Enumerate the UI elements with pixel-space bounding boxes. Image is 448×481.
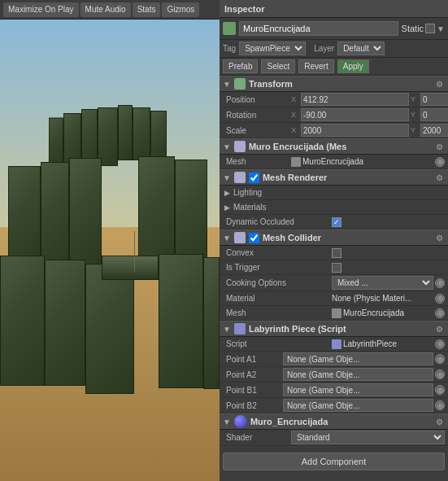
stats-button[interactable]: Stats	[133, 2, 161, 17]
materials-expand[interactable]: ▶ Materials	[220, 200, 448, 215]
tag-select[interactable]: SpawnPiece	[239, 42, 306, 55]
cooking-options-select[interactable]: Mixed ...	[332, 276, 433, 290]
select-button[interactable]: Select	[261, 59, 295, 73]
dynamic-occluded-checkbox[interactable]	[332, 217, 341, 227]
object-header: Static ▼	[220, 18, 448, 40]
cooking-options-label: Cooking Options	[226, 278, 332, 287]
mesh-collider-section-header[interactable]: ▼ Mesh Collider ⚙	[220, 230, 448, 246]
script-settings-button[interactable]: ⚙	[434, 325, 445, 334]
collider-material-pick-button[interactable]: ◎	[435, 294, 445, 304]
gizmos-button[interactable]: Gizmos	[162, 2, 199, 17]
scale-row: Scale X Y Z	[220, 123, 448, 138]
dynamic-occluded-label: Dynamic Occluded	[226, 217, 332, 226]
convex-checkbox[interactable]	[332, 248, 341, 258]
inspector-header: Inspector	[220, 0, 448, 18]
wall-block	[159, 254, 203, 388]
collider-mesh-value: MuroEncrucijada	[332, 308, 433, 318]
tag-label: Tag	[223, 44, 236, 53]
mesh-filter-arrow-icon: ▼	[223, 142, 231, 151]
mesh-filter-section-header[interactable]: ▼ Muro Encrucijada (Mes ⚙	[220, 138, 448, 155]
mesh-collider-enabled-checkbox[interactable]	[249, 233, 259, 243]
prefab-button[interactable]: Prefab	[223, 59, 258, 73]
rotation-label: Rotation	[226, 111, 291, 120]
mesh-filter-mesh-label: Mesh	[226, 157, 291, 166]
point-a1-pick-button[interactable]: ◎	[435, 354, 445, 364]
static-dropdown-arrow[interactable]: ▼	[437, 24, 445, 33]
wall-block	[8, 166, 41, 264]
transform-settings-button[interactable]: ⚙	[434, 80, 445, 89]
script-arrow-icon: ▼	[223, 325, 231, 334]
mesh-renderer-settings-button[interactable]: ⚙	[434, 173, 445, 182]
collider-material-value: None (Physic Materi...	[332, 294, 433, 303]
object-icon	[223, 22, 236, 35]
mesh-filter-settings-button[interactable]: ⚙	[434, 142, 445, 151]
mesh-filter-mesh-name: MuroEncrucijada	[302, 157, 363, 166]
mesh-collider-actions: ⚙	[434, 234, 445, 243]
shader-select[interactable]: Standard	[291, 431, 445, 444]
object-name-input[interactable]	[239, 21, 398, 36]
maximize-on-play-button[interactable]: Maximize On Play	[3, 2, 79, 17]
script-section-header[interactable]: ▼ Labyrinth Piece (Script ⚙	[220, 321, 448, 337]
wall-block	[118, 105, 133, 160]
mesh-renderer-icon	[234, 172, 246, 183]
lighting-expand-arrow-icon: ▶	[224, 189, 230, 197]
wire-line	[134, 231, 135, 247]
wall-block	[138, 156, 175, 270]
mute-audio-button[interactable]: Mute Audio	[80, 2, 131, 17]
transform-section-header[interactable]: ▼ Transform ⚙	[220, 76, 448, 92]
rotation-y-input[interactable]	[420, 108, 448, 121]
collider-mesh-pick-button[interactable]: ◎	[435, 308, 445, 318]
scale-xyz: X Y Z	[291, 124, 448, 137]
rotation-row: Rotation X Y Z	[220, 107, 448, 123]
scale-x-input[interactable]	[301, 124, 409, 137]
mesh-collider-title: Mesh Collider	[263, 233, 321, 243]
script-actions: ⚙	[434, 325, 445, 334]
point-b2-pick-button[interactable]: ◎	[435, 400, 445, 410]
point-a2-pick-button[interactable]: ◎	[435, 369, 445, 379]
collider-mesh-row: Mesh MuroEncrucijada ◎	[220, 306, 448, 321]
position-row: Position X Y Z	[220, 92, 448, 107]
script-field-value: LabyrinthPiece	[332, 339, 433, 349]
material-thumbnail	[234, 415, 247, 428]
mesh-renderer-title: Mesh Renderer	[263, 173, 327, 182]
position-x-input[interactable]	[301, 93, 409, 106]
mesh-renderer-enabled-checkbox[interactable]	[249, 173, 259, 183]
script-pick-button[interactable]: ◎	[435, 339, 445, 349]
collider-material-row: Material None (Physic Materi... ◎	[220, 291, 448, 306]
material-section-header[interactable]: ▼ Muro_Encrucijada ⚙	[220, 413, 448, 430]
wall-block	[150, 111, 167, 160]
point-a2-value: None (Game Obje...	[283, 368, 433, 381]
revert-button[interactable]: Revert	[298, 59, 333, 73]
mesh-renderer-arrow-icon: ▼	[223, 173, 231, 182]
position-y-input[interactable]	[420, 93, 448, 106]
material-settings-button[interactable]: ⚙	[434, 418, 445, 426]
point-a1-value: None (Game Obje...	[283, 352, 433, 365]
mesh-filter-pick-button[interactable]: ◎	[435, 157, 445, 167]
apply-button[interactable]: Apply	[337, 59, 369, 73]
mesh-filter-mesh-row: Mesh MuroEncrucijada ◎	[220, 155, 448, 169]
point-b1-pick-button[interactable]: ◎	[435, 385, 445, 395]
static-label: Static	[402, 24, 424, 33]
mesh-filter-icon	[234, 141, 246, 152]
add-component-button[interactable]: Add Component	[223, 453, 445, 470]
mesh-asset-icon	[291, 157, 301, 167]
layer-select[interactable]: Default	[337, 42, 385, 55]
mesh-collider-settings-button[interactable]: ⚙	[434, 234, 445, 243]
point-a2-row: Point A2 None (Game Obje... ◎	[220, 367, 448, 383]
script-title: Labyrinth Piece (Script	[249, 324, 346, 334]
point-b1-row: Point B1 None (Game Obje... ◎	[220, 383, 448, 398]
y-label: Y	[411, 95, 419, 103]
lighting-expand[interactable]: ▶ Lighting	[220, 186, 448, 200]
materials-label: Materials	[233, 203, 339, 212]
game-toolbar: Maximize On Play Mute Audio Stats Gizmos	[0, 0, 220, 20]
is-trigger-checkbox[interactable]	[332, 263, 341, 273]
sx-label: X	[291, 126, 299, 134]
scale-y-input[interactable]	[420, 124, 448, 137]
wall-block	[45, 260, 85, 386]
static-checkbox[interactable]	[425, 24, 435, 33]
cooking-options-pick-button[interactable]: ◎	[435, 278, 445, 288]
rotation-x-input[interactable]	[301, 108, 409, 121]
mesh-renderer-section-header[interactable]: ▼ Mesh Renderer ⚙	[220, 169, 448, 186]
mesh-collider-arrow-icon: ▼	[223, 234, 231, 243]
collider-mesh-icon	[332, 308, 341, 318]
